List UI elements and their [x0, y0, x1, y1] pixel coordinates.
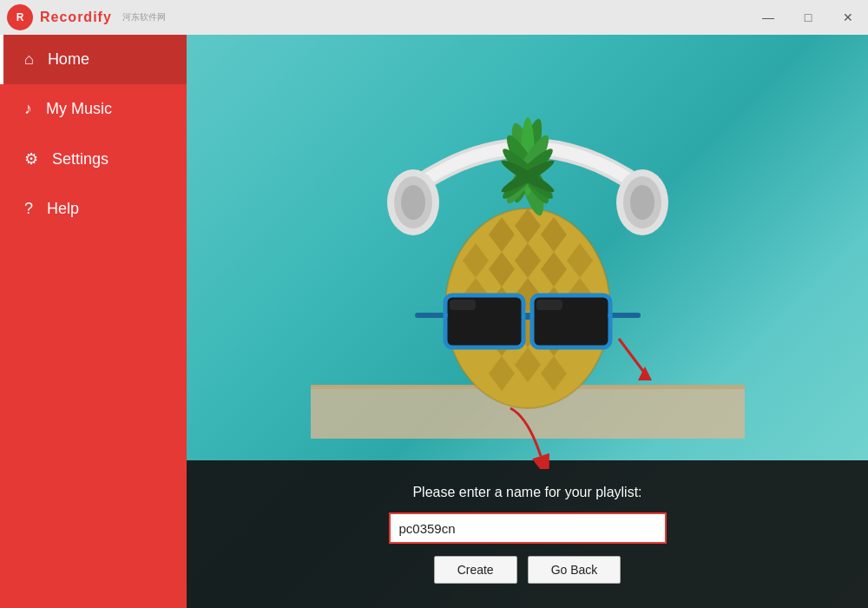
svg-point-7 [630, 185, 654, 220]
close-button[interactable]: ✕ [828, 0, 868, 35]
title-bar: R Recordify 河东软件网 — □ ✕ [0, 0, 868, 35]
playlist-name-input[interactable] [389, 512, 667, 544]
playlist-input-wrap [389, 512, 667, 544]
create-button[interactable]: Create [434, 556, 517, 584]
sidebar-label-home: Home [48, 50, 89, 69]
sidebar-item-my-music[interactable]: ♪ My Music [0, 84, 187, 134]
sidebar-label-help: Help [47, 200, 79, 218]
bottom-buttons: Create Go Back [434, 556, 621, 584]
sidebar-label-my-music: My Music [46, 100, 112, 118]
svg-rect-43 [415, 313, 448, 318]
help-icon: ? [24, 200, 33, 218]
minimize-button[interactable]: — [748, 0, 788, 35]
svg-rect-46 [536, 300, 562, 310]
pineapple-illustration [311, 56, 745, 439]
sidebar-label-settings: Settings [52, 150, 108, 169]
sidebar-item-help[interactable]: ? Help [0, 184, 187, 234]
sidebar-item-home[interactable]: ⌂ Home [0, 35, 187, 84]
sidebar-item-settings[interactable]: ⚙ Settings [0, 134, 187, 184]
svg-line-49 [619, 339, 645, 373]
svg-point-4 [401, 185, 425, 220]
sidebar: ⌂ Home ♪ My Music ⚙ Settings ? Help [0, 35, 187, 608]
maximize-button[interactable]: □ [788, 0, 828, 35]
svg-rect-45 [450, 300, 476, 310]
watermark-text: 河东软件网 [122, 11, 166, 23]
svg-rect-44 [608, 313, 641, 318]
go-back-button[interactable]: Go Back [528, 556, 621, 584]
settings-icon: ⚙ [24, 149, 38, 169]
home-icon: ⌂ [24, 50, 34, 69]
app-name: Recordify [40, 10, 112, 25]
bottom-overlay: Please enter a name for your playlist: C… [187, 460, 868, 608]
app-logo: R Recordify 河东软件网 [0, 4, 166, 30]
pineapple-container [187, 35, 868, 460]
music-icon: ♪ [24, 100, 32, 118]
logo-icon: R [7, 4, 33, 30]
window-controls: — □ ✕ [748, 0, 868, 35]
main-content: Please enter a name for your playlist: C… [187, 35, 868, 608]
playlist-prompt: Please enter a name for your playlist: [412, 485, 641, 500]
